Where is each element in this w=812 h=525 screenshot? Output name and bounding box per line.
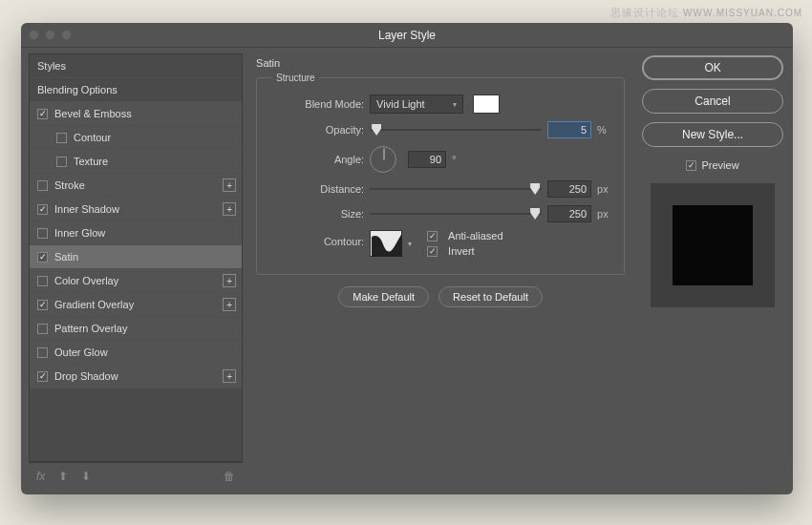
effect-item-stroke[interactable]: Stroke+ <box>30 174 242 198</box>
add-effect-icon[interactable]: + <box>223 202 236 216</box>
add-effect-icon[interactable]: + <box>223 178 236 192</box>
effect-label: Blending Options <box>37 84 118 95</box>
size-field[interactable]: 250 <box>547 205 591 222</box>
effect-checkbox[interactable] <box>37 228 48 239</box>
angle-field[interactable]: 90 <box>408 151 446 168</box>
blend-mode-select[interactable]: Vivid Light ▾ <box>370 94 463 114</box>
panel-title: Satin <box>256 57 625 69</box>
effect-item-outer-glow[interactable]: Outer Glow <box>30 341 242 365</box>
add-effect-icon[interactable]: + <box>223 274 236 287</box>
effect-item-texture[interactable]: Texture <box>30 150 242 174</box>
effect-label: Styles <box>37 60 66 72</box>
angle-label: Angle: <box>267 154 364 165</box>
watermark: 思缘设计论坛WWW.MISSYUAN.COM <box>610 6 802 20</box>
effect-item-drop-shadow[interactable]: Drop Shadow+ <box>30 365 242 388</box>
effects-list: StylesBlending OptionsBevel & EmbossCont… <box>29 53 243 462</box>
reset-default-button[interactable]: Reset to Default <box>438 286 543 307</box>
make-default-button[interactable]: Make Default <box>338 286 429 307</box>
angle-wheel[interactable] <box>370 146 396 173</box>
effect-item-gradient-overlay[interactable]: Gradient Overlay+ <box>30 293 242 317</box>
effect-checkbox[interactable] <box>56 133 67 143</box>
effect-checkbox[interactable] <box>37 371 48 382</box>
effect-checkbox[interactable] <box>37 276 48 286</box>
effect-checkbox[interactable] <box>37 252 48 262</box>
effect-checkbox[interactable] <box>37 300 48 310</box>
effects-sidebar: StylesBlending OptionsBevel & EmbossCont… <box>29 53 243 489</box>
cancel-button[interactable]: Cancel <box>642 89 783 114</box>
distance-field[interactable]: 250 <box>547 180 591 198</box>
effect-label: Drop Shadow <box>54 370 118 382</box>
effect-checkbox[interactable] <box>37 109 48 119</box>
arrow-down-icon[interactable]: ⬇ <box>81 470 91 483</box>
effect-item-inner-glow[interactable]: Inner Glow <box>30 221 242 245</box>
effect-item-contour[interactable]: Contour <box>30 126 242 150</box>
minimize-icon[interactable] <box>45 30 55 40</box>
new-style-button[interactable]: New Style... <box>642 122 783 147</box>
effect-item-pattern-overlay[interactable]: Pattern Overlay <box>30 317 242 341</box>
effect-checkbox[interactable] <box>37 324 48 334</box>
effect-label: Inner Glow <box>54 227 105 239</box>
opacity-label: Opacity: <box>267 124 364 136</box>
effect-label: Color Overlay <box>54 275 118 286</box>
effect-label: Contour <box>74 132 111 143</box>
preview-checkbox[interactable] <box>686 160 696 171</box>
effect-label: Gradient Overlay <box>54 299 134 310</box>
effect-item-color-overlay[interactable]: Color Overlay+ <box>30 269 242 293</box>
distance-slider[interactable] <box>370 182 542 196</box>
add-effect-icon[interactable]: + <box>223 298 236 311</box>
distance-label: Distance: <box>267 183 364 195</box>
effect-label: Stroke <box>54 179 85 191</box>
effect-item-styles[interactable]: Styles <box>30 54 242 78</box>
structure-group: Structure Blend Mode: Vivid Light ▾ Opac… <box>256 73 625 275</box>
contour-picker[interactable]: ▾ <box>370 230 402 257</box>
effect-label: Outer Glow <box>54 346 108 358</box>
anti-aliased-checkbox[interactable] <box>427 231 438 242</box>
effect-label: Inner Shadow <box>54 203 119 215</box>
effect-item-blending-options[interactable]: Blending Options <box>30 78 242 102</box>
size-slider[interactable] <box>370 207 542 220</box>
invert-checkbox[interactable] <box>427 246 438 257</box>
effect-item-bevel-emboss[interactable]: Bevel & Emboss <box>30 102 242 126</box>
chevron-down-icon: ▾ <box>408 240 412 248</box>
preview-thumbnail <box>651 183 775 307</box>
dialog-title: Layer Style <box>378 29 436 42</box>
size-label: Size: <box>267 208 364 220</box>
color-swatch[interactable] <box>473 94 500 114</box>
close-icon[interactable] <box>29 30 39 40</box>
fx-menu-icon[interactable]: fx <box>36 470 45 483</box>
settings-panel: Satin Structure Blend Mode: Vivid Light … <box>248 53 632 489</box>
layer-style-dialog: Layer Style StylesBlending OptionsBevel … <box>21 23 793 494</box>
effect-item-satin[interactable]: Satin <box>30 245 242 269</box>
zoom-icon[interactable] <box>61 30 72 40</box>
opacity-field[interactable]: 5 <box>547 121 591 138</box>
effect-label: Satin <box>54 251 78 262</box>
effect-label: Bevel & Emboss <box>54 108 132 119</box>
effect-checkbox[interactable] <box>56 157 67 167</box>
chevron-down-icon: ▾ <box>453 100 457 109</box>
sidebar-footer: fx ⬆ ⬇ 🗑 <box>29 462 243 489</box>
trash-icon[interactable]: 🗑 <box>224 470 235 483</box>
window-controls <box>29 30 72 40</box>
effect-checkbox[interactable] <box>37 180 48 191</box>
effect-checkbox[interactable] <box>37 204 48 215</box>
effect-item-inner-shadow[interactable]: Inner Shadow+ <box>30 198 242 221</box>
add-effect-icon[interactable]: + <box>223 369 236 383</box>
ok-button[interactable]: OK <box>642 55 783 80</box>
arrow-up-icon[interactable]: ⬆ <box>58 470 68 483</box>
effect-label: Pattern Overlay <box>54 323 127 334</box>
effect-checkbox[interactable] <box>37 347 48 358</box>
opacity-slider[interactable] <box>370 123 542 136</box>
structure-legend: Structure <box>272 73 319 83</box>
effect-label: Texture <box>74 156 108 167</box>
blend-mode-label: Blend Mode: <box>267 98 364 110</box>
titlebar: Layer Style <box>21 23 793 48</box>
contour-label: Contour: <box>267 230 364 247</box>
right-panel: OK Cancel New Style... Preview <box>638 53 787 489</box>
